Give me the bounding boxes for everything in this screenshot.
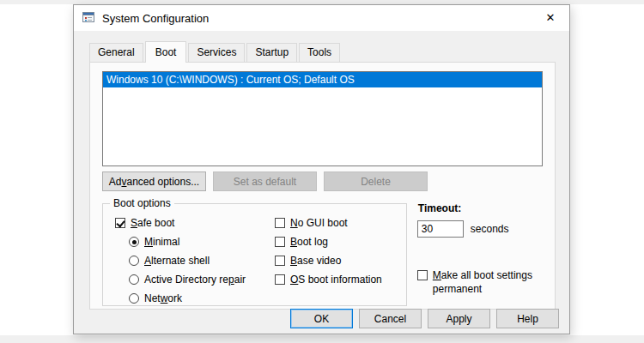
timeout-unit-label: seconds: [471, 223, 509, 235]
help-button[interactable]: Help: [496, 309, 559, 328]
radio-icon: [129, 237, 139, 247]
radio-active-directory-repair[interactable]: Active Directory repair: [129, 274, 275, 286]
safe-boot-mode-radios: Minimal Alternate shell Active Directory…: [129, 236, 275, 304]
radio-minimal-label: Minimal: [144, 236, 179, 248]
no-gui-boot-checkbox[interactable]: No GUI boot: [275, 217, 399, 229]
boot-options-group-label: Boot options: [110, 197, 174, 209]
dialog-title: System Configuration: [102, 12, 209, 25]
os-boot-information-label: OS boot information: [290, 274, 382, 286]
radio-icon: [129, 293, 139, 304]
tab-bar: General Boot Services Startup Tools: [89, 41, 569, 62]
radio-minimal[interactable]: Minimal: [129, 236, 275, 248]
page-background-bottom: [0, 335, 644, 343]
set-as-default-button: Set as default: [213, 172, 317, 191]
tab-boot[interactable]: Boot: [145, 41, 187, 63]
tab-startup[interactable]: Startup: [246, 43, 297, 62]
boot-entry-item[interactable]: Windows 10 (C:\WINDOWS) : Current OS; De…: [103, 72, 542, 87]
timeout-label: Timeout:: [418, 202, 543, 214]
dialog-footer: OK Cancel Apply Help: [290, 309, 559, 328]
radio-icon: [129, 256, 139, 266]
apply-button[interactable]: Apply: [428, 309, 490, 328]
radio-network[interactable]: Network: [129, 292, 275, 304]
checkbox-icon: [275, 237, 285, 247]
radio-alternate-shell[interactable]: Alternate shell: [129, 255, 275, 267]
boot-log-checkbox[interactable]: Boot log: [275, 236, 399, 248]
msconfig-app-icon: [82, 10, 95, 27]
boot-entry-actions: Advanced options... Set as default Delet…: [102, 172, 543, 191]
close-button[interactable]: ✕: [532, 5, 569, 31]
base-video-checkbox[interactable]: Base video: [275, 255, 399, 267]
make-permanent-checkbox[interactable]: Make all boot settings permanent: [417, 269, 543, 296]
title-bar[interactable]: System Configuration ✕: [74, 5, 569, 31]
radio-alternate-shell-label: Alternate shell: [144, 255, 210, 267]
advanced-options-button[interactable]: Advanced options...: [102, 172, 206, 191]
boot-entries-listbox[interactable]: Windows 10 (C:\WINDOWS) : Current OS; De…: [102, 71, 543, 166]
boot-options-group: Boot options Safe boot Minimal: [102, 203, 407, 306]
checkbox-icon: [417, 270, 428, 280]
base-video-label: Base video: [290, 255, 341, 267]
radio-icon: [129, 274, 139, 285]
timeout-section: Timeout: seconds Make all boot settings …: [417, 203, 543, 296]
delete-button: Delete: [324, 172, 428, 191]
os-boot-information-checkbox[interactable]: OS boot information: [275, 274, 399, 286]
system-configuration-dialog: System Configuration ✕ General Boot Serv…: [73, 4, 570, 334]
checkbox-icon: [275, 256, 285, 266]
tab-tools[interactable]: Tools: [299, 43, 340, 62]
make-permanent-label: Make all boot settings permanent: [433, 269, 534, 296]
checkbox-icon: [275, 274, 285, 285]
checkbox-icon: [275, 218, 285, 228]
ok-button[interactable]: OK: [290, 309, 353, 328]
radio-network-label: Network: [144, 292, 182, 304]
cancel-button[interactable]: Cancel: [359, 309, 422, 328]
safe-boot-label: Safe boot: [131, 217, 174, 229]
boot-options-row: Boot options Safe boot Minimal: [102, 203, 543, 306]
boot-log-label: Boot log: [290, 236, 328, 248]
radio-active-directory-repair-label: Active Directory repair: [144, 274, 246, 286]
tab-general[interactable]: General: [89, 43, 143, 62]
checkbox-icon: [115, 218, 125, 228]
boot-tab-panel: Windows 10 (C:\WINDOWS) : Current OS; De…: [89, 62, 556, 310]
no-gui-boot-label: No GUI boot: [290, 217, 348, 229]
tab-services[interactable]: Services: [188, 43, 245, 62]
safe-boot-checkbox[interactable]: Safe boot: [115, 217, 275, 229]
timeout-input[interactable]: [417, 220, 464, 238]
